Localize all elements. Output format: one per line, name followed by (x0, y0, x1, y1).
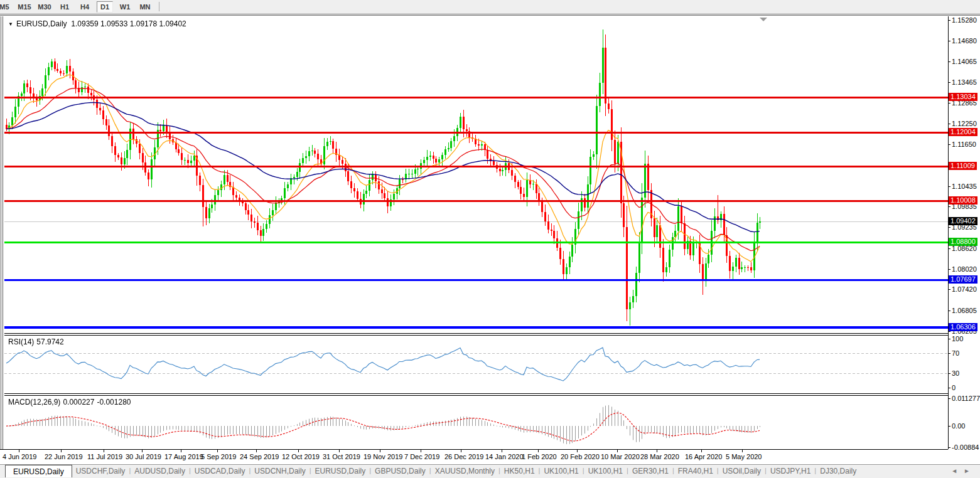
price-axis-label: 1.10435 (952, 183, 977, 190)
chart-tab-usoil-daily[interactable]: USOil,Daily (719, 465, 765, 475)
axis-tick (948, 124, 950, 124)
date-axis-tick (701, 450, 702, 452)
chart-tab-bar: EURUSD,DailyUSDCHF,Daily|AUDUSD,Daily|US… (0, 464, 980, 478)
chart-tab-gbpusd-daily[interactable]: GBPUSD,Daily (371, 465, 429, 475)
chart-tab-dj30-daily[interactable]: DJ30,Daily (816, 465, 860, 475)
panel-divider (4, 395, 948, 396)
chart-ohlc-values: 1.09359 1.09533 1.09178 1.09402 (71, 19, 186, 28)
chart-tab-xauusd-monthly[interactable]: XAUUSD,Monthly (431, 465, 498, 475)
axis-tick (948, 103, 950, 104)
timeframe-button-h1[interactable]: H1 (57, 1, 73, 13)
rsi-axis-label: 30 (952, 369, 959, 377)
date-axis-label: 24 Sep 2019 (240, 453, 279, 460)
date-axis-label: 14 Jan 2020 (485, 453, 524, 460)
macd-axis-label: 0.00 (952, 422, 965, 430)
axis-tick (948, 398, 950, 399)
tabs-scroll-left-icon[interactable]: ◄ (951, 467, 964, 474)
rsi-axis-label: 0 (952, 384, 956, 391)
chart-tab-usdcnh-daily[interactable]: USDCNH,Daily (250, 465, 309, 475)
axis-tick (948, 20, 950, 21)
chart-tab-uk100-h1[interactable]: UK100,H1 (540, 465, 582, 475)
tab-scroll-nav: ◄► (951, 467, 976, 474)
chart-tab-usdjpy-h1[interactable]: USDJPY,H1 (767, 465, 814, 475)
toolbar-separator (159, 2, 159, 11)
date-axis-label: 5 Sep 2019 (201, 453, 236, 460)
date-axis-label: 30 Jul 2019 (126, 453, 161, 460)
date-axis-label: 20 Feb 2020 (561, 453, 600, 460)
timeframe-button-mn[interactable]: MN (137, 1, 153, 13)
chart-tab-audusd-daily[interactable]: AUDUSD,Daily (131, 465, 189, 475)
rsi-axis-label: 100 (952, 335, 963, 343)
axis-tick (948, 426, 950, 427)
axis-tick (948, 373, 950, 374)
axis-tick (948, 82, 950, 83)
window-frame-line (3, 16, 3, 449)
rsi-value: 57.9742 (36, 337, 63, 346)
panel-divider (4, 333, 948, 334)
chart-tab-fra40-h1[interactable]: FRA40,H1 (674, 465, 717, 475)
price-level-badge: 1.13034 (949, 93, 977, 101)
timeframe-button-d1[interactable]: D1 (97, 1, 113, 13)
macd-axis-label: -0.00884 (952, 443, 979, 451)
date-axis-label: 5 May 2020 (726, 453, 762, 460)
chart-tab-eurusd-daily[interactable]: EURUSD,Daily (311, 465, 370, 475)
timeframe-toolbar: M5M15M30H1H4D1W1MN (0, 0, 980, 14)
chart-symbol-period: EURUSD,Daily (16, 19, 67, 28)
date-axis-label: 7 Dec 2019 (404, 453, 439, 460)
date-axis-label: 22 Jun 2019 (45, 453, 83, 460)
date-axis-tick (617, 450, 618, 452)
axis-tick (948, 248, 950, 249)
price-axis-label: 1.08020 (952, 265, 977, 273)
date-axis[interactable]: 4 Jun 201922 Jun 201911 Jul 201930 Jul 2… (0, 450, 980, 464)
chart-tab-uk100-h1[interactable]: UK100,H1 (584, 465, 627, 475)
window-frame-line (0, 15, 980, 16)
chart-tab-usdcad-daily[interactable]: USDCAD,Daily (191, 465, 249, 475)
date-axis-tick (256, 450, 257, 452)
date-axis-label: 11 Jul 2019 (87, 453, 122, 460)
date-axis-tick (104, 450, 104, 452)
rsi-indicator-canvas[interactable] (4, 336, 948, 393)
date-axis-tick (217, 450, 218, 452)
price-axis-label: 1.12250 (952, 120, 977, 127)
price-level-badge: 1.06306 (949, 323, 977, 331)
chart-tab-eurusd-daily[interactable]: EURUSD,Daily (5, 465, 72, 477)
chart-tab-ger30-h1[interactable]: GER30,H1 (628, 465, 672, 475)
price-level-badge: 1.11009 (949, 162, 977, 170)
date-axis-label: 10 Mar 2020 (601, 453, 640, 460)
price-level-badge: 1.07697 (949, 275, 977, 284)
timeframe-button-h4[interactable]: H4 (77, 1, 93, 13)
axis-tick (948, 311, 950, 311)
date-axis-tick (502, 450, 502, 452)
date-axis-label: 12 Oct 2019 (282, 453, 320, 460)
date-axis-label: 4 Jun 2019 (3, 453, 36, 460)
axis-tick (948, 353, 950, 354)
timeframe-button-w1[interactable]: W1 (117, 1, 133, 13)
macd-value: 0.000227 (63, 398, 94, 406)
chart-tab-hk50-h1[interactable]: HK50,H1 (500, 465, 539, 475)
axis-tick (948, 206, 950, 207)
price-axis-label: 1.11650 (952, 141, 976, 148)
date-axis-tick (298, 450, 299, 452)
chart-title: ▼EURUSD,Daily 1.09359 1.09533 1.09178 1.… (8, 19, 186, 28)
price-chart-canvas[interactable] (4, 16, 948, 333)
price-axis-label: 1.14065 (952, 58, 977, 65)
date-axis-tick (19, 450, 19, 452)
macd-axis-label: 0.011277 (952, 395, 980, 402)
tabs-scroll-right-icon[interactable]: ► (964, 467, 976, 474)
macd-indicator-canvas[interactable] (4, 396, 948, 449)
date-axis-label: 17 Aug 2019 (164, 453, 203, 460)
timeframe-button-m30[interactable]: M30 (36, 1, 53, 13)
chart-tab-usdchf-daily[interactable]: USDCHF,Daily (72, 465, 129, 475)
date-axis-tick (577, 450, 578, 452)
axis-tick (948, 61, 950, 62)
symbol-dropdown-icon[interactable]: ▼ (8, 21, 13, 27)
axis-tick (948, 388, 950, 388)
date-axis-tick (181, 450, 181, 452)
timeframe-button-m15[interactable]: M15 (16, 1, 33, 13)
date-axis-tick (538, 450, 539, 452)
date-axis-tick (742, 450, 743, 452)
macd-name: MACD(12,26,9) (8, 398, 60, 406)
date-axis-tick (61, 450, 62, 452)
date-axis-tick (657, 450, 657, 452)
timeframe-button-m5[interactable]: M5 (0, 1, 13, 13)
